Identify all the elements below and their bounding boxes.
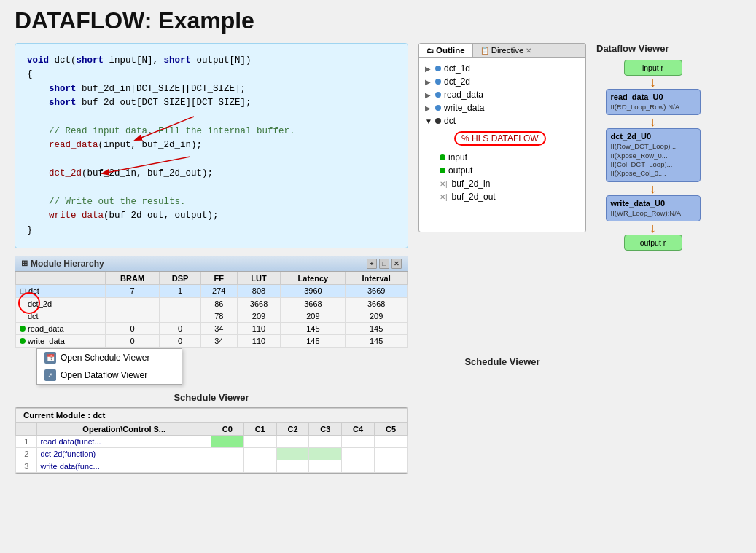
minimize-button[interactable]: +	[367, 259, 377, 269]
module-table: BRAM DSP FF LUT Latency Interval	[15, 272, 408, 348]
tree-arrow-filled: ▼	[425, 117, 432, 125]
middle-column: 🗂 Outline 📋 Directive ✕ ▶ dct_1d	[418, 43, 586, 372]
row-c3	[309, 435, 342, 447]
table-row[interactable]: write_data 0 0 34 110 145 145	[16, 334, 408, 347]
code-line-1: void dct(short input[N], short output[N]…	[27, 54, 396, 68]
sched-col-c3: C3	[309, 423, 342, 435]
row-ff: 78	[200, 310, 237, 322]
tree-item-output[interactable]: output	[422, 164, 582, 177]
df-node-read-title: read_data_U0	[611, 93, 695, 101]
sched-col-c1: C1	[243, 423, 276, 435]
table-row[interactable]: dct_2d 86 3668 3668 3668	[16, 297, 408, 310]
schedule-viewer-title: Schedule Viewer	[15, 392, 408, 403]
row-bram: 7	[105, 284, 159, 297]
row-op: read data(funct...	[37, 435, 211, 447]
df-node-read-data: read_data_U0 II(RD_Loop_Row):N/A	[606, 89, 701, 115]
df-node-dct2d: dct_2d_U0 II(Row_DCT_Loop)...II(Xpose_Ro…	[606, 128, 701, 181]
code-line-6: // Read input data. Fill the internal bu…	[27, 125, 396, 138]
directive-tab-icon: 📋	[480, 47, 489, 55]
df-arrow-4: ↓	[650, 221, 656, 235]
tree-item-buf2din[interactable]: ✕| buf_2d_in	[422, 177, 582, 190]
right-column: Dataflow Viewer input r ↓ read_data_U0 I…	[596, 43, 709, 251]
close-button[interactable]: ✕	[391, 259, 402, 269]
code-line-12: write_data(buf_2d_out, output);	[27, 209, 396, 223]
row-c0	[211, 460, 243, 472]
sched-col-op: Operation\Control S...	[37, 423, 211, 435]
row-latency: 3668	[281, 297, 346, 310]
tree-dot-green	[440, 154, 445, 160]
col-header-dsp: DSP	[160, 272, 201, 284]
directive-tab[interactable]: 📋 Directive ✕	[473, 44, 540, 57]
tree-label: dct_1d	[444, 63, 470, 74]
directive-tab-label: Directive	[491, 46, 524, 55]
tree-item-readdata[interactable]: ▶ read_data	[422, 88, 582, 101]
row-c4	[342, 435, 375, 447]
dataflow-container: input r ↓ read_data_U0 II(RD_Loop_Row):N…	[596, 60, 709, 251]
code-line-11: // Write out the results.	[27, 195, 396, 209]
module-hierarchy-container: ⊞ Module Hierarchy + □ ✕ BRAM	[15, 256, 408, 385]
row-ff: 274	[200, 284, 237, 297]
tree-item-buf2dout[interactable]: ✕| buf_2d_out	[422, 190, 582, 203]
page-title: DATAFLOW: Example	[15, 7, 741, 34]
outline-tree: ▶ dct_1d ▶ dct_2d ▶ read_data	[419, 58, 585, 208]
outline-tabs: 🗂 Outline 📋 Directive ✕	[419, 44, 585, 58]
row-latency: 145	[281, 322, 346, 334]
open-schedule-viewer-item[interactable]: 📅 Open Schedule Viewer	[37, 349, 182, 366]
table-row: 1 read data(funct...	[16, 435, 408, 447]
row-interval: 145	[346, 334, 408, 347]
tree-arrow: ▶	[425, 65, 432, 73]
tree-label: write_data	[444, 103, 484, 113]
open-dataflow-label: Open Dataflow Viewer	[61, 370, 147, 380]
tree-dot	[435, 92, 441, 98]
df-node-dct2d-title: dct_2d_U0	[611, 132, 695, 141]
code-line-10	[27, 181, 396, 195]
table-row[interactable]: ⊞ dct 7 1 274 808 3960 3669	[16, 284, 408, 297]
table-row[interactable]: dct 78 209 209 209	[16, 310, 408, 322]
code-line-4: short buf_2d_out[DCT_SIZE][DCT_SIZE];	[27, 96, 396, 110]
hls-dataflow-label: % HLS DATAFLOW	[454, 131, 546, 146]
tree-item-writedata[interactable]: ▶ write_data	[422, 101, 582, 114]
tree-item-dct[interactable]: ▼ dct	[422, 114, 582, 128]
table-row[interactable]: read_data 0 0 34 110 145 145	[16, 322, 408, 334]
df-node-write-title: write_data_U0	[611, 199, 695, 208]
sched-col-c0: C0	[211, 423, 243, 435]
df-node-write-data: write_data_U0 II(WR_Loop_Row):N/A	[606, 195, 701, 221]
row-c3	[309, 460, 342, 472]
row-c2	[276, 460, 309, 472]
row-dsp: 0	[160, 334, 201, 347]
schedule-table: Operation\Control S... C0 C1 C2 C3 C4 C5…	[15, 423, 408, 473]
tree-item-dct2d[interactable]: ▶ dct_2d	[422, 75, 582, 88]
df-arrow-2: ↓	[650, 115, 656, 128]
row-c3	[309, 447, 342, 460]
module-hierarchy-title: ⊞ Module Hierarchy + □ ✕	[15, 256, 408, 272]
schedule-subtitle: Current Module : dct	[15, 408, 408, 423]
open-dataflow-viewer-item[interactable]: ↗ Open Dataflow Viewer	[37, 366, 182, 384]
schedule-icon: 📅	[44, 352, 56, 364]
tree-arrow: ▶	[425, 104, 432, 112]
row-c1	[243, 460, 276, 472]
restore-button[interactable]: □	[379, 259, 389, 269]
code-line-13: }	[27, 224, 396, 238]
row-c2	[276, 447, 309, 460]
table-row: 2 dct 2d(function)	[16, 447, 408, 460]
code-line-3: short buf_2d_in[DCT_SIZE][DCT_SIZE];	[27, 82, 396, 96]
row-c4	[342, 447, 375, 460]
code-panel: void dct(short input[N], short output[N]…	[15, 43, 408, 248]
row-c5	[375, 460, 408, 472]
col-header-interval: Interval	[346, 272, 408, 284]
tree-item-dct1d[interactable]: ▶ dct_1d	[422, 62, 582, 75]
left-column: void dct(short input[N], short output[N]…	[15, 43, 408, 474]
dataflow-viewer-section: Dataflow Viewer input r ↓ read_data_U0 I…	[596, 43, 709, 251]
directive-tab-close[interactable]: ✕	[526, 47, 531, 55]
outline-tab[interactable]: 🗂 Outline	[419, 44, 473, 57]
row-c1	[243, 435, 276, 447]
row-c0	[211, 435, 243, 447]
tree-dot	[435, 105, 441, 111]
row-interval: 3669	[346, 284, 408, 297]
col-header-lut: LUT	[237, 272, 281, 284]
row-interval: 209	[346, 310, 408, 322]
tree-item-input[interactable]: input	[422, 151, 582, 164]
tree-label: buf_2d_out	[452, 192, 496, 202]
sched-col-num	[16, 423, 37, 435]
tree-arrow: ▶	[425, 78, 432, 86]
